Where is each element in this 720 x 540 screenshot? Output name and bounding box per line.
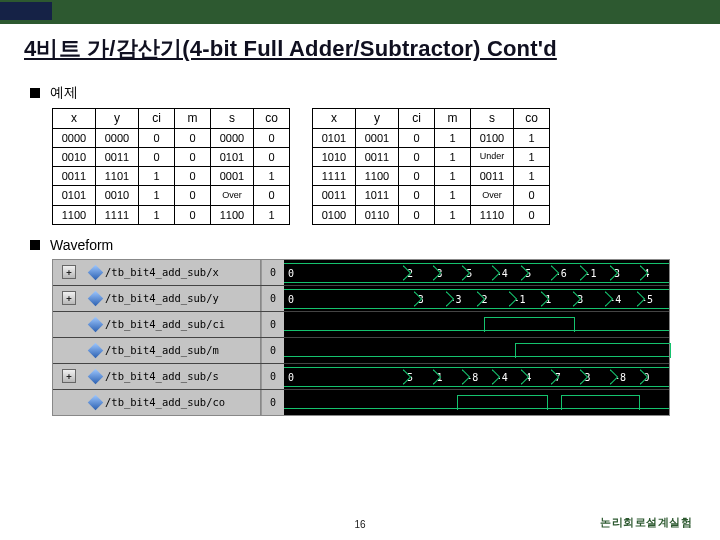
signal-init-value: 0	[261, 338, 284, 363]
bus-segment: 1	[433, 367, 463, 387]
table-cell: 1	[514, 148, 550, 167]
bus-segment: 3	[580, 367, 610, 387]
table-cell: 0000	[96, 129, 139, 148]
signal-init-value: 0	[261, 364, 284, 389]
plus-icon[interactable]: +	[62, 369, 76, 383]
signal-expand-controls	[53, 338, 85, 363]
diamond-icon	[88, 264, 104, 280]
slide-title: 4비트 가/감산기(4-bit Full Adder/Subtractor) C…	[24, 34, 557, 64]
table-cell: 0011	[471, 167, 514, 186]
bus-segment: 2	[403, 263, 433, 283]
table-row: 010100010101001	[313, 129, 550, 148]
bus-segment: -4	[492, 263, 522, 283]
wave-area	[284, 312, 669, 337]
table-cell: Over	[211, 186, 254, 205]
bus-segment: -8	[610, 367, 640, 387]
wave-area	[284, 338, 669, 363]
bus-segment: -3	[446, 289, 478, 309]
bus-track: 051-8-4473-80	[284, 367, 669, 385]
bus-segment: 7	[551, 367, 581, 387]
col-header: co	[514, 109, 550, 129]
table-cell: 0	[254, 148, 290, 167]
bus-segment: 0	[284, 367, 403, 387]
waveform-panel: +/tb_bit4_add_sub/x00235-45-6-134+/tb_bi…	[52, 259, 670, 416]
bus-segment: 4	[640, 263, 670, 283]
signal-label: /tb_bit4_add_sub/co	[105, 396, 225, 408]
signal-expand-controls	[53, 312, 85, 337]
plus-icon[interactable]: +	[62, 291, 76, 305]
table-cell: 1111	[313, 167, 356, 186]
signal-init-value: 0	[261, 312, 284, 337]
col-header: x	[313, 109, 356, 129]
table-cell: 0	[399, 148, 435, 167]
table-cell: 1	[435, 167, 471, 186]
page-number: 16	[354, 519, 365, 530]
table-cell: 1	[139, 167, 175, 186]
table-cell: 0011	[53, 167, 96, 186]
bus-segment: -1	[509, 289, 541, 309]
footer-text: 논리회로설계실험	[600, 515, 692, 530]
truth-table-right: xycimsco0101000101010011010001101Under11…	[312, 108, 550, 225]
bus-track: 0235-45-6-134	[284, 263, 669, 281]
table-row: 1010001101Under1	[313, 148, 550, 167]
diamond-icon	[88, 342, 104, 358]
table-cell: 0	[514, 205, 550, 224]
signal-name[interactable]: /tb_bit4_add_sub/ci	[85, 312, 261, 337]
wave-row: +/tb_bit4_add_sub/s0051-8-4473-80	[53, 364, 669, 390]
table-cell: 1	[435, 129, 471, 148]
table-cell: 0100	[313, 205, 356, 224]
table-cell: 1	[435, 205, 471, 224]
signal-name[interactable]: /tb_bit4_add_sub/y	[85, 286, 261, 311]
table-cell: 0	[254, 129, 290, 148]
signal-name[interactable]: /tb_bit4_add_sub/m	[85, 338, 261, 363]
table-cell: 1110	[471, 205, 514, 224]
col-header: co	[254, 109, 290, 129]
table-cell: 1100	[356, 167, 399, 186]
bus-segment: 5	[462, 263, 492, 283]
table-cell: 1111	[96, 205, 139, 224]
table-cell: 0	[139, 148, 175, 167]
bullet-label: Waveform	[50, 237, 113, 253]
bullet-example: 예제	[30, 84, 690, 102]
table-cell: 1010	[313, 148, 356, 167]
bus-segment: -8	[462, 367, 492, 387]
col-header: m	[175, 109, 211, 129]
wave-row: /tb_bit4_add_sub/co0	[53, 390, 669, 415]
signal-name[interactable]: /tb_bit4_add_sub/s	[85, 364, 261, 389]
bullet-icon	[30, 88, 40, 98]
bus-segment: 1	[541, 289, 573, 309]
table-cell: 0	[175, 167, 211, 186]
bit-high	[515, 343, 671, 358]
tables-row: xycimsco00000000000000000100011000101000…	[52, 108, 690, 225]
signal-name[interactable]: /tb_bit4_add_sub/co	[85, 390, 261, 415]
table-cell: 0011	[313, 186, 356, 205]
bullet-icon	[30, 240, 40, 250]
bus-segment: -4	[605, 289, 637, 309]
table-cell: 0	[514, 186, 550, 205]
signal-label: /tb_bit4_add_sub/ci	[105, 318, 225, 330]
signal-init-value: 0	[261, 286, 284, 311]
table-row: 111111000100111	[313, 167, 550, 186]
bit-track	[284, 393, 669, 411]
wave-area: 0235-45-6-134	[284, 260, 669, 285]
table-cell: 0101	[211, 148, 254, 167]
table-cell: 0100	[471, 129, 514, 148]
signal-expand-controls	[53, 390, 85, 415]
bus-segment: 0	[284, 263, 403, 283]
plus-icon[interactable]: +	[62, 265, 76, 279]
signal-name[interactable]: /tb_bit4_add_sub/x	[85, 260, 261, 285]
col-header: m	[435, 109, 471, 129]
table-row: 0101001010Over0	[53, 186, 290, 205]
table-cell: Under	[471, 148, 514, 167]
bit-high	[457, 395, 548, 410]
table-cell: 0	[175, 148, 211, 167]
bus-segment: 5	[403, 367, 433, 387]
table-cell: 0	[175, 129, 211, 148]
table-cell: 0	[175, 205, 211, 224]
wave-area: 051-8-4473-80	[284, 364, 669, 389]
table-cell: 0101	[313, 129, 356, 148]
truth-table-left: xycimsco00000000000000000100011000101000…	[52, 108, 290, 225]
table-cell: 0011	[96, 148, 139, 167]
signal-expand-controls: +	[53, 260, 85, 285]
table-cell: 0001	[356, 129, 399, 148]
